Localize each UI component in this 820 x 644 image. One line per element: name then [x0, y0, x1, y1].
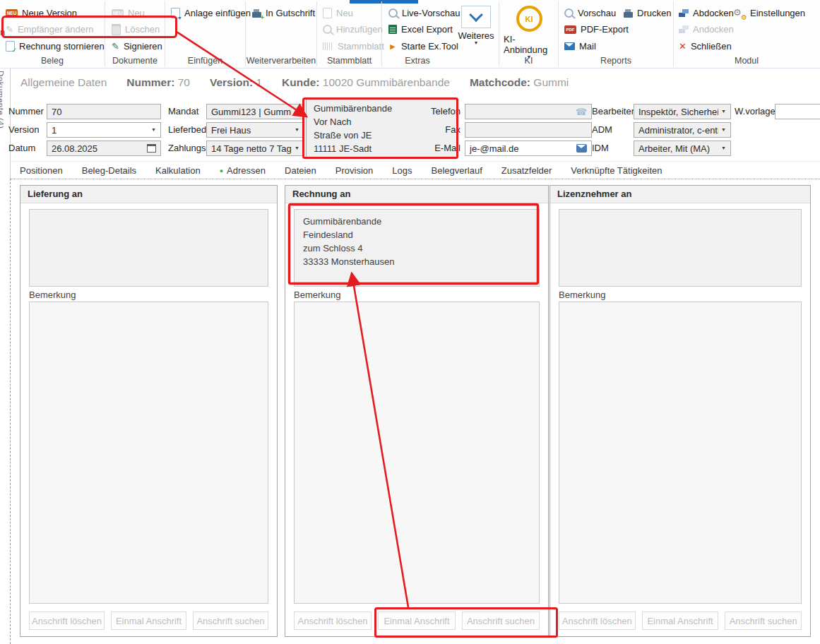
- fax-input[interactable]: [470, 125, 587, 136]
- header-field-matchcode: Matchcode: Gummi: [470, 76, 569, 89]
- rechnung-stornieren-button[interactable]: ✓ Rechnung stornieren: [6, 39, 105, 54]
- neue-version-button[interactable]: Neue Version: [6, 6, 77, 20]
- lieferung-address-box[interactable]: [29, 209, 268, 287]
- pdf-export-button[interactable]: PDF-Export: [564, 22, 629, 37]
- lizenznehmer-bemerkung-textarea[interactable]: [559, 302, 802, 604]
- stammblatt-button[interactable]: Stammblatt: [323, 39, 384, 54]
- email-envelope-icon[interactable]: [576, 144, 587, 153]
- page-title: Allgemeine Daten: [20, 76, 107, 89]
- pdf-icon: [564, 25, 576, 34]
- dokument-neu-button[interactable]: Neu: [112, 6, 145, 20]
- excel-icon: [388, 25, 397, 34]
- datum-input[interactable]: [52, 143, 144, 154]
- rechnung-einmal-anschrift-button[interactable]: Einmal Anschrift: [378, 612, 456, 630]
- weiteres-button[interactable]: Weiteres ▼: [457, 6, 495, 45]
- tab-positionen[interactable]: Positionen: [20, 165, 63, 176]
- lizenznehmer-address-box[interactable]: [559, 209, 802, 287]
- nummer-input[interactable]: [52, 107, 156, 117]
- fax-field[interactable]: [465, 122, 592, 138]
- stammblatt-neu-button[interactable]: Neu: [323, 6, 353, 20]
- rechnung-address-box[interactable]: Gummibärenbande Feindesland zum Schloss …: [294, 209, 540, 287]
- signieren-button[interactable]: ✎ Signieren: [112, 39, 162, 54]
- lieferung-bemerkung-textarea[interactable]: [29, 302, 268, 604]
- rechnung-anschrift-loeschen-button[interactable]: Anschrift löschen: [294, 612, 372, 630]
- chevron-down-icon: [461, 6, 491, 28]
- tab-logs[interactable]: Logs: [392, 165, 412, 176]
- group-label-einfuegen: Einfügen: [165, 56, 245, 66]
- empfaenger-aendern-button[interactable]: ✎ Empfänger ändern: [6, 22, 94, 37]
- mandat-dropdown[interactable]: Gummi123 | Gummibä ▼: [206, 104, 304, 119]
- printer-icon: [624, 12, 633, 18]
- email-field[interactable]: [465, 141, 592, 156]
- label-lieferbed: Lieferbed.: [168, 122, 209, 138]
- drucken-button[interactable]: Drucken: [624, 6, 671, 20]
- starte-extool-button[interactable]: ► Starte Ex.Tool: [388, 39, 458, 54]
- adm-dropdown[interactable]: Administrator, c-entro ▼: [634, 122, 731, 138]
- tab-adressen[interactable]: ●Adressen: [220, 165, 266, 176]
- schliessen-button[interactable]: ✕ Schließen: [679, 39, 732, 54]
- sidebar-tab-dokumente[interactable]: Dokumente (4): [0, 71, 5, 129]
- wvorlage-field[interactable]: [775, 104, 820, 119]
- version-dropdown[interactable]: 1 ▼: [47, 122, 161, 138]
- lizenznehmer-anschrift-suchen-button[interactable]: Anschrift suchen: [725, 612, 802, 630]
- record-header: Allgemeine Daten Nummer: 70 Version: 1 K…: [11, 68, 820, 97]
- active-tab-dot-icon: ●: [220, 167, 223, 174]
- lieferung-anschrift-loeschen-button[interactable]: Anschrift löschen: [29, 612, 105, 630]
- hinzufuegen-button[interactable]: Hinzufügen: [323, 22, 383, 37]
- telefon-input[interactable]: [470, 107, 573, 117]
- telefon-field[interactable]: ☎: [465, 104, 592, 119]
- mail-button[interactable]: Mail: [564, 39, 596, 54]
- group-label-stammblatt: Stammblatt: [317, 56, 381, 66]
- dropdown-caret-icon: ▼: [295, 128, 299, 132]
- lieferung-anschrift-suchen-button[interactable]: Anschrift suchen: [193, 612, 268, 630]
- einstellungen-button[interactable]: ⚙⚙ Einstellungen: [734, 6, 805, 20]
- vorschau-button[interactable]: Vorschau: [564, 6, 616, 20]
- wvorlage-input[interactable]: [780, 107, 819, 117]
- lieferbedingung-dropdown[interactable]: Frei Haus ▼: [206, 122, 304, 138]
- lizenznehmer-einmal-anschrift-button[interactable]: Einmal Anschrift: [642, 612, 719, 630]
- group-label-reports: Reports: [559, 56, 673, 66]
- bemerkung-label: Bemerkung: [559, 290, 605, 300]
- ribbon-group-einfuegen: ▼ Anlage einfügen Einfügen: [165, 1, 246, 66]
- label-fax: Fax: [431, 122, 460, 138]
- tab-belegverlauf[interactable]: Belegverlauf: [432, 165, 482, 176]
- tab-beleg-details[interactable]: Beleg-Details: [82, 165, 136, 176]
- ribbon-group-weiterverarbeiten: + In Gutschrift Weiterverarbeiten: [246, 1, 317, 66]
- ribbon-group-modul: Abdocken Andocken ✕ Schließen ⚙⚙ Einstel…: [673, 1, 820, 66]
- tab-content-border: [11, 179, 820, 179]
- live-vorschau-button[interactable]: Live-Vorschau: [388, 6, 460, 20]
- label-mandat: Mandat: [168, 104, 198, 119]
- label-email: E-Mail: [431, 141, 460, 156]
- tab-verknuepfte-taetigkeiten[interactable]: Verknüpfte Tätigkeiten: [571, 165, 662, 176]
- dokument-loeschen-button[interactable]: Löschen: [112, 22, 160, 37]
- nummer-field[interactable]: [47, 104, 161, 119]
- abdocken-button[interactable]: Abdocken: [679, 6, 734, 20]
- header-field-kunde: Kunde: 10020 Gummibärenbande: [282, 76, 450, 89]
- tab-dateien[interactable]: Dateien: [285, 165, 316, 176]
- rechnung-bemerkung-textarea[interactable]: [294, 302, 540, 604]
- ribbon-group-dokumente: Neu Löschen ✎ Signieren Dokumente: [105, 1, 165, 66]
- anlage-einfuegen-button[interactable]: ▼ Anlage einfügen: [171, 6, 251, 20]
- excel-export-button[interactable]: Excel Export: [388, 22, 453, 37]
- lieferung-einmal-anschrift-button[interactable]: Einmal Anschrift: [111, 612, 186, 630]
- ribbon-group-reports: Vorschau PDF-Export Mail Drucken Reports: [559, 1, 674, 66]
- lizenznehmer-anschrift-loeschen-button[interactable]: Anschrift löschen: [559, 612, 636, 630]
- tab-kalkulation[interactable]: Kalkulation: [155, 165, 201, 176]
- andocken-button[interactable]: Andocken: [679, 22, 734, 37]
- in-gutschrift-button[interactable]: + In Gutschrift: [252, 6, 315, 20]
- calendar-icon[interactable]: [147, 144, 156, 153]
- rechnung-anschrift-suchen-button[interactable]: Anschrift suchen: [462, 612, 540, 630]
- undock-windows-icon: [679, 9, 689, 17]
- zahlungskondition-dropdown[interactable]: 14 Tage netto 7 Tage 2 ▼: [206, 141, 304, 156]
- bemerkung-label: Bemerkung: [294, 290, 340, 300]
- tab-zusatzfelder[interactable]: Zusatzfelder: [501, 165, 552, 176]
- bearbeiter-dropdown[interactable]: Inspektör, Sicherheits I ▼: [634, 104, 731, 119]
- ki-anbindung-button[interactable]: KI KI-Anbindung ▼: [504, 6, 554, 59]
- phone-icon[interactable]: ☎: [576, 107, 587, 117]
- tab-provision[interactable]: Provision: [335, 165, 373, 176]
- neu-badge-icon: [112, 9, 124, 18]
- idm-dropdown[interactable]: Arbeiter, Mit (MA) ▼: [634, 141, 731, 156]
- label-telefon: Telefon: [431, 104, 460, 119]
- datum-field[interactable]: [47, 141, 161, 156]
- email-input[interactable]: [470, 143, 574, 154]
